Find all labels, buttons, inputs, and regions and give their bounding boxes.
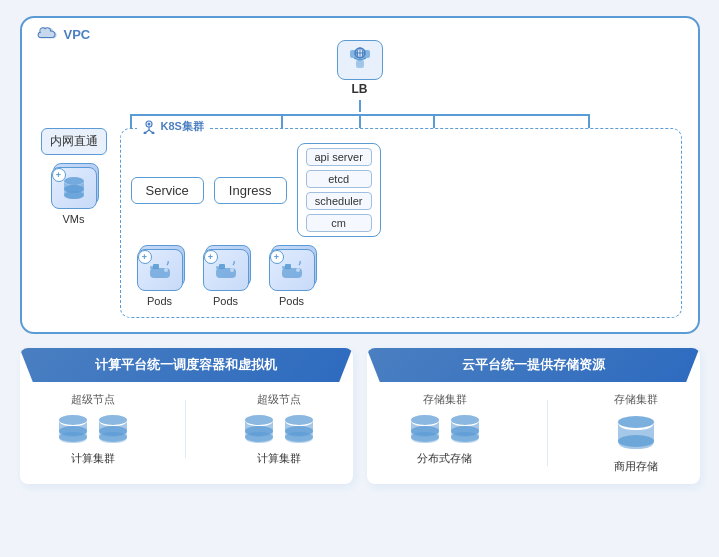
pods-label-3: Pods [279, 295, 304, 307]
storage-panel: 云平台统一提供存储资源 存储集群 [367, 348, 700, 484]
cm-item: cm [306, 214, 372, 232]
storage-item-1-bottom-label: 分布式存储 [417, 451, 472, 466]
vpc-label: VPC [36, 26, 91, 42]
svg-rect-21 [150, 266, 154, 269]
vms-item: + VMs [49, 163, 99, 225]
main-row: 内网直通 + VMs [38, 128, 682, 318]
k8s-container: K8S集群 Service Ingress api server etcd sc… [120, 128, 682, 318]
pods-icon-wrap-1: + [135, 245, 185, 291]
compute-db-icon-1a [55, 413, 91, 445]
vms-icon-wrap: + [49, 163, 99, 209]
api-server-item: api server [306, 148, 372, 166]
svg-point-39 [245, 432, 273, 442]
pods-docker-icon-2 [213, 258, 239, 282]
svg-point-45 [411, 432, 439, 442]
compute-db-icon-2b [281, 413, 317, 445]
storage-item-1-top-label: 存储集群 [423, 392, 467, 407]
pods-item-1: + Pods [135, 245, 185, 307]
k8s-top-row: Service Ingress api server etcd schedule… [131, 143, 671, 237]
divider-1 [185, 400, 186, 458]
k8s-label: K8S集群 [137, 119, 208, 134]
svg-point-9 [64, 177, 84, 185]
cloud-icon [36, 26, 58, 42]
svg-point-40 [285, 415, 313, 425]
svg-point-26 [230, 268, 234, 272]
svg-point-43 [411, 415, 439, 425]
compute-item-2-icons [241, 413, 317, 445]
vms-label: VMs [63, 213, 85, 225]
svg-rect-25 [216, 266, 220, 269]
bottom-section: 计算平台统一调度容器和虚拟机 超级节点 [20, 348, 700, 484]
vpc-container: VPC LB [20, 16, 700, 334]
compute-item-1-bottom-label: 计算集群 [71, 451, 115, 466]
divider-2 [547, 400, 548, 466]
svg-point-31 [59, 415, 87, 425]
svg-point-42 [285, 432, 313, 442]
pods-icon-bg-1: + [137, 249, 183, 291]
svg-rect-1 [356, 60, 364, 68]
pods-plus-3: + [270, 250, 284, 264]
ingress-box: Ingress [214, 177, 287, 204]
k8s-bottom-row: + Pods [131, 245, 671, 307]
svg-point-33 [59, 432, 87, 442]
compute-panel-body: 超级节点 [20, 382, 353, 476]
svg-point-36 [99, 432, 127, 442]
svg-point-48 [451, 432, 479, 442]
svg-point-30 [296, 268, 300, 272]
lb-icon [346, 46, 374, 74]
pods-item-3: + Pods [267, 245, 317, 307]
svg-point-49 [618, 416, 654, 428]
storage-panel-body: 存储集群 [367, 382, 700, 484]
scheduler-item: scheduler [306, 192, 372, 210]
compute-panel: 计算平台统一调度容器和虚拟机 超级节点 [20, 348, 353, 484]
storage-db-icon-2 [612, 413, 660, 453]
svg-rect-29 [282, 266, 286, 269]
k8s-right-panel: api server etcd scheduler cm [297, 143, 381, 237]
pods-icon-wrap-3: + [267, 245, 317, 291]
svg-point-50 [618, 435, 654, 447]
pods-plus-1: + [138, 250, 152, 264]
storage-item-1-icons [407, 413, 483, 445]
svg-point-46 [451, 415, 479, 425]
neiwang-box: 内网直通 [41, 128, 107, 155]
lb-label: LB [352, 82, 368, 96]
vms-plus-badge: + [52, 168, 66, 182]
pods-icon-bg-3: + [269, 249, 315, 291]
svg-point-18 [147, 122, 150, 125]
pods-icon-bg-2: + [203, 249, 249, 291]
compute-item-2-top-label: 超级节点 [257, 392, 301, 407]
compute-item-2-bottom-label: 计算集群 [257, 451, 301, 466]
pods-docker-icon-1 [147, 258, 173, 282]
lb-connector-line [359, 100, 361, 112]
svg-point-11 [64, 191, 84, 199]
storage-item-2-icons [612, 413, 660, 453]
service-box: Service [131, 177, 204, 204]
storage-item-1: 存储集群 [407, 392, 483, 474]
lb-box: LB [337, 40, 383, 96]
k8s-icon [141, 120, 157, 134]
pods-icon-wrap-2: + [201, 245, 251, 291]
compute-item-1: 超级节点 [55, 392, 131, 466]
lb-icon-wrap [337, 40, 383, 80]
pods-label-2: Pods [213, 295, 238, 307]
left-col: 内网直通 + VMs [38, 128, 110, 225]
compute-panel-header: 计算平台统一调度容器和虚拟机 [20, 348, 353, 382]
compute-db-icon-1b [95, 413, 131, 445]
storage-panel-header: 云平台统一提供存储资源 [367, 348, 700, 382]
pods-item-2: + Pods [201, 245, 251, 307]
storage-item-2: 存储集群 商用存储 [612, 392, 660, 474]
lb-row: LB [38, 40, 682, 96]
storage-db-icon-1a [407, 413, 443, 445]
storage-item-2-top-label: 存储集群 [614, 392, 658, 407]
compute-item-2: 超级节点 [241, 392, 317, 466]
pods-docker-icon-3 [279, 258, 305, 282]
compute-item-1-icons [55, 413, 131, 445]
svg-point-22 [164, 268, 168, 272]
storage-db-icon-1b [447, 413, 483, 445]
compute-item-1-top-label: 超级节点 [71, 392, 115, 407]
etcd-item: etcd [306, 170, 372, 188]
pods-plus-2: + [204, 250, 218, 264]
compute-db-icon-2a [241, 413, 277, 445]
svg-point-37 [245, 415, 273, 425]
vms-icon-bg: + [51, 167, 97, 209]
